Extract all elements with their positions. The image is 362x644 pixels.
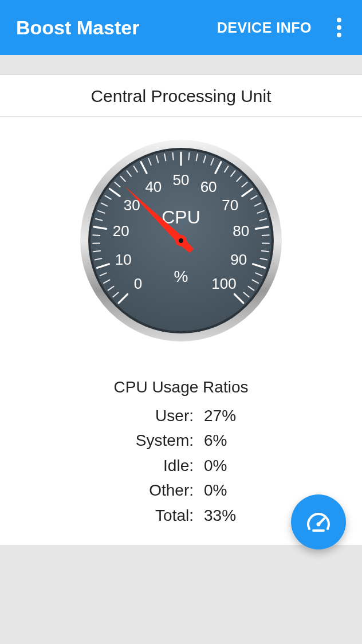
- gauge-icon: [306, 509, 331, 535]
- spacer: [0, 55, 362, 74]
- ratio-value: 6%: [204, 428, 273, 453]
- ratio-label: System:: [89, 428, 204, 453]
- more-vert-icon: [337, 18, 341, 37]
- svg-text:20: 20: [113, 222, 129, 239]
- cpu-gauge: 0102030405060708090100CPU%: [0, 138, 362, 344]
- ratio-value: 0%: [204, 453, 273, 478]
- svg-text:40: 40: [145, 178, 162, 195]
- svg-point-1: [337, 25, 341, 30]
- device-info-button[interactable]: DEVICE INFO: [217, 19, 312, 36]
- svg-text:50: 50: [173, 171, 190, 189]
- ratio-value: 0%: [204, 478, 273, 502]
- svg-text:100: 100: [211, 275, 236, 292]
- svg-text:70: 70: [222, 197, 238, 214]
- svg-point-2: [337, 33, 341, 37]
- section-title: Central Processing Unit: [0, 74, 362, 117]
- svg-line-30: [173, 153, 174, 160]
- ratio-row: Idle:0%: [0, 453, 362, 478]
- svg-text:80: 80: [233, 222, 249, 239]
- boost-fab[interactable]: [291, 494, 346, 549]
- svg-line-15: [93, 235, 100, 235]
- ratio-row: System:6%: [0, 428, 362, 453]
- footer-spacer: [0, 545, 362, 591]
- svg-text:90: 90: [230, 251, 247, 268]
- overflow-menu-button[interactable]: [328, 14, 351, 41]
- svg-point-0: [337, 18, 341, 22]
- ratio-value: 27%: [204, 403, 273, 428]
- svg-text:%: %: [174, 268, 188, 285]
- ratio-label: Total:: [89, 503, 204, 528]
- app-bar: Boost Master DEVICE INFO: [0, 0, 362, 55]
- ratio-value: 33%: [204, 503, 273, 528]
- app-title: Boost Master: [16, 17, 217, 39]
- ratios-title: CPU Usage Ratios: [0, 378, 362, 396]
- svg-line-47: [262, 235, 269, 235]
- svg-text:0: 0: [134, 275, 142, 292]
- svg-point-72: [179, 238, 183, 243]
- card-body: 0102030405060708090100CPU% CPU Usage Rat…: [0, 117, 362, 545]
- svg-line-32: [188, 153, 189, 160]
- ratio-label: User:: [89, 403, 204, 428]
- ratio-row: User:27%: [0, 403, 362, 428]
- svg-line-74: [318, 519, 324, 524]
- svg-text:10: 10: [115, 251, 132, 268]
- ratio-label: Idle:: [89, 453, 204, 478]
- svg-text:60: 60: [200, 178, 217, 195]
- ratio-label: Other:: [89, 478, 204, 502]
